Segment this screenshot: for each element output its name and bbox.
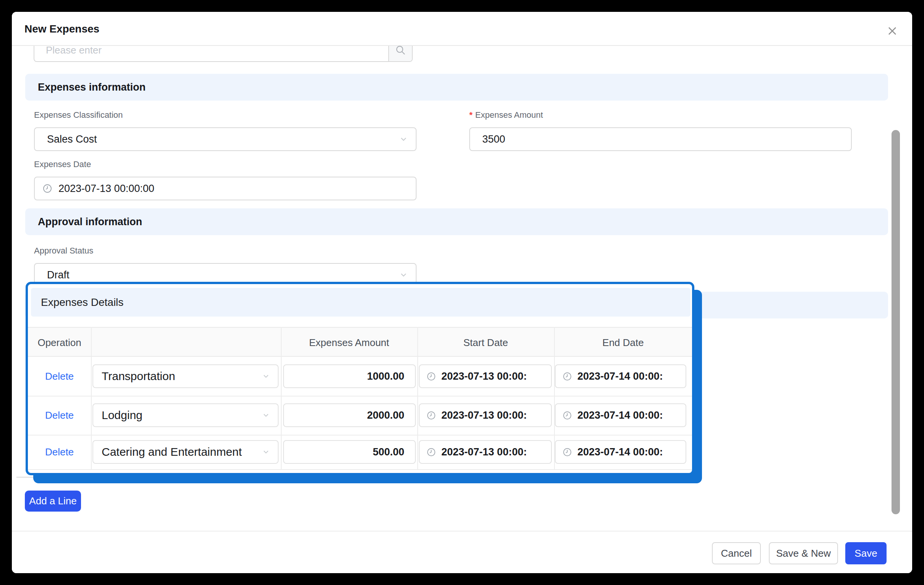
dialog-header: New Expenses <box>12 12 912 46</box>
col-header-start-date: Start Date <box>417 328 554 357</box>
column-divider <box>417 327 418 469</box>
add-line-button[interactable]: Add a Line <box>25 491 81 512</box>
new-expenses-dialog: New Expenses Please enter Expenses <box>12 12 912 573</box>
col-header-operation: Operation <box>28 328 91 357</box>
date-input[interactable]: 2023-07-13 00:00:00 <box>34 177 416 200</box>
search-suffix-button[interactable] <box>388 46 412 61</box>
dialog-footer: Cancel Save & New Save <box>12 531 912 573</box>
clock-icon <box>426 411 436 420</box>
col-header-end-date: End Date <box>554 328 692 357</box>
chevron-down-icon <box>399 270 408 279</box>
col-header-amount: Expenses Amount <box>281 328 417 357</box>
row-start-date-input[interactable]: 2023-07-13 00:00: <box>419 403 552 427</box>
section-band-approval-information: Approval information <box>25 208 888 235</box>
chevron-down-icon <box>262 372 270 380</box>
chevron-down-icon <box>399 135 408 144</box>
close-button[interactable] <box>885 24 899 38</box>
row-start-date-input[interactable]: 2023-07-13 00:00: <box>419 440 552 464</box>
column-divider <box>281 327 282 469</box>
row-start-date-value: 2023-07-13 00:00: <box>441 410 527 421</box>
column-divider <box>91 327 92 469</box>
screen: New Expenses Please enter Expenses <box>0 0 924 585</box>
chevron-down-icon <box>262 411 270 420</box>
col-header-category <box>91 328 281 357</box>
row-start-date-value: 2023-07-13 00:00: <box>441 370 527 382</box>
row-category-select[interactable]: Catering and Entertainment <box>92 440 279 464</box>
classification-select[interactable]: Sales Cost <box>34 127 416 151</box>
delete-row-button[interactable]: Delete <box>28 440 91 464</box>
clock-icon <box>35 183 52 193</box>
row-divider <box>28 396 692 397</box>
row-category-select[interactable]: Transportation <box>92 364 279 388</box>
row-end-date-input[interactable]: 2023-07-14 00:00: <box>555 364 686 388</box>
table-header-row: Operation Expenses Amount Start Date End… <box>28 327 692 357</box>
date-value: 2023-07-13 00:00:00 <box>52 183 154 195</box>
classification-value: Sales Cost <box>35 134 97 145</box>
row-start-date-value: 2023-07-13 00:00: <box>441 446 527 458</box>
close-icon <box>886 25 898 37</box>
row-amount-input[interactable]: 2000.00 <box>283 403 416 427</box>
row-end-date-value: 2023-07-14 00:00: <box>578 410 663 421</box>
classification-label: Expenses Classification <box>34 110 123 120</box>
row-end-date-value: 2023-07-14 00:00: <box>578 370 663 382</box>
search-field[interactable]: Please enter <box>34 46 413 62</box>
save-button[interactable]: Save <box>845 542 886 564</box>
row-category-value: Catering and Entertainment <box>102 445 242 458</box>
row-end-date-input[interactable]: 2023-07-14 00:00: <box>555 403 686 427</box>
cancel-button[interactable]: Cancel <box>712 542 761 564</box>
search-placeholder: Please enter <box>46 46 102 61</box>
clock-icon <box>563 447 572 457</box>
amount-label-text: Expenses Amount <box>475 110 543 120</box>
search-icon <box>395 46 406 56</box>
row-start-date-input[interactable]: 2023-07-13 00:00: <box>419 364 552 388</box>
row-amount-input[interactable]: 500.00 <box>283 440 416 464</box>
dialog-title: New Expenses <box>25 12 99 46</box>
row-divider <box>28 435 692 436</box>
row-divider <box>28 469 692 470</box>
row-category-value: Lodging <box>102 409 142 422</box>
clock-icon <box>426 447 436 457</box>
row-end-date-input[interactable]: 2023-07-14 00:00: <box>555 440 686 464</box>
section-title: Expenses information <box>25 81 145 93</box>
approval-status-label: Approval Status <box>34 246 93 256</box>
delete-row-button[interactable]: Delete <box>28 364 91 388</box>
row-end-date-value: 2023-07-14 00:00: <box>578 446 663 458</box>
save-and-new-button[interactable]: Save & New <box>769 542 838 564</box>
row-category-value: Transportation <box>102 370 175 383</box>
clock-icon <box>426 372 436 381</box>
section-title: Approval information <box>25 216 142 228</box>
amount-input[interactable]: 3500 <box>469 127 852 151</box>
amount-value: 3500 <box>470 134 505 145</box>
section-band-expenses-information: Expenses information <box>25 74 888 101</box>
approval-status-value: Draft <box>35 269 69 281</box>
chevron-down-icon <box>262 448 270 456</box>
date-label: Expenses Date <box>34 159 91 169</box>
required-asterisk: * <box>469 110 473 120</box>
clock-icon <box>563 372 572 381</box>
row-category-select[interactable]: Lodging <box>92 403 279 427</box>
vertical-scrollbar-thumb[interactable] <box>891 130 900 514</box>
amount-label: * Expenses Amount <box>469 110 543 120</box>
clock-icon <box>563 411 572 420</box>
dialog-body: Please enter Expenses information Expens… <box>12 46 912 531</box>
panel-title: Expenses Details <box>31 296 124 309</box>
expenses-details-panel: Expenses Details Operation Expenses Amou… <box>26 282 694 475</box>
panel-header-band: Expenses Details <box>31 288 691 317</box>
row-amount-input[interactable]: 1000.00 <box>283 364 416 388</box>
delete-row-button[interactable]: Delete <box>28 403 91 427</box>
